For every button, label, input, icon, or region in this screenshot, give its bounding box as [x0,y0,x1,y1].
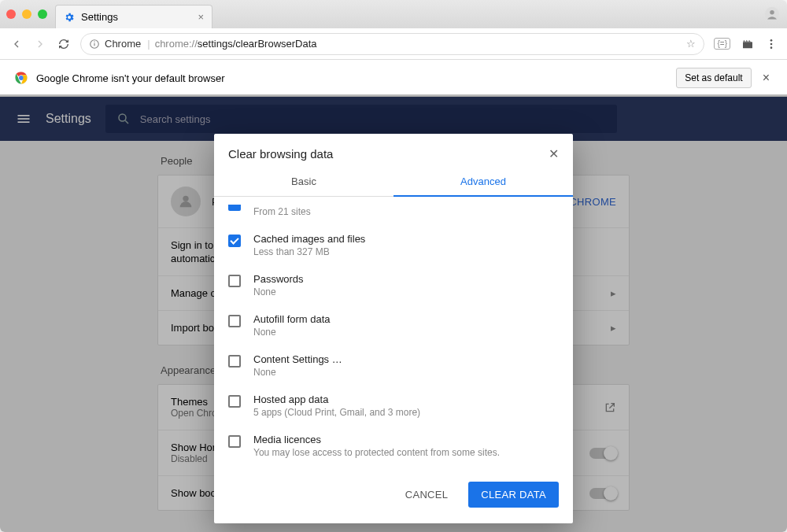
option-media-licences[interactable]: Media licences You may lose access to pr… [228,426,559,466]
checkbox-icon[interactable] [228,275,241,287]
url-path: /clearBrowserData [233,38,317,50]
chrome-icon [14,71,28,85]
tab-basic[interactable]: Basic [214,168,394,197]
option-sub: 5 apps (Cloud Print, Gmail, and 3 more) [253,407,420,418]
dialog-close-icon[interactable]: ✕ [549,146,559,161]
option-sub: None [253,286,304,297]
option-autofill[interactable]: Autofill form data None [228,305,559,345]
infobar-message: Google Chrome isn't your default browser [36,72,224,84]
clear-data-button[interactable]: CLEAR DATA [468,482,559,508]
window-controls [6,9,47,19]
option-cached[interactable]: Cached images and files Less than 327 MB [228,225,559,265]
checkbox-icon[interactable] [228,235,241,247]
tab-advanced[interactable]: Advanced [394,168,573,197]
url-scheme: chrome:// [155,38,198,50]
close-tab-icon[interactable]: × [198,11,204,23]
infobar-default-browser: Google Chrome isn't your default browser… [0,60,787,97]
tab-strip: Settings × [0,0,787,28]
option-sub: From 21 sites [253,206,311,217]
reload-button[interactable] [57,38,71,50]
dialog-body: From 21 sites Cached images and files Le… [214,197,573,469]
dialog-title: Clear browsing data [228,147,333,161]
option-sub: You may lose access to protected content… [253,447,500,458]
url-info-label: Chrome [105,38,141,50]
svg-point-6 [770,39,773,42]
forward-button[interactable] [33,38,47,50]
extension-icon[interactable]: {=} [714,38,730,50]
bookmark-star-icon[interactable]: ☆ [686,38,696,50]
option-title: Autofill form data [253,313,331,325]
navigation-toolbar: Chrome | chrome://settings/clearBrowserD… [0,28,787,60]
clear-data-dialog: Clear browsing data ✕ Basic Advanced Fro… [214,134,573,523]
menu-button[interactable] [765,38,778,50]
option-title: Content Settings … [253,353,342,365]
svg-point-1 [770,10,774,14]
cancel-button[interactable]: CANCEL [394,482,460,508]
maximize-window-button[interactable] [38,9,47,19]
option-cookies-partial[interactable]: From 21 sites [228,201,559,225]
option-title: Cached images and files [253,233,365,245]
checkbox-icon[interactable] [228,355,241,368]
option-title: Hosted app data [253,393,420,405]
profile-avatar-button[interactable] [763,6,781,23]
svg-point-7 [770,42,773,45]
checkbox-icon[interactable] [228,395,241,408]
option-content-settings[interactable]: Content Settings … None [228,345,559,386]
option-title: Passwords [253,273,304,285]
option-passwords[interactable]: Passwords None [228,265,559,305]
option-sub: Less than 327 MB [253,246,365,257]
set-default-button[interactable]: Set as default [676,68,751,88]
tab-settings[interactable]: Settings × [55,5,212,28]
option-sub: None [253,367,342,378]
checkbox-icon[interactable] [228,435,241,448]
tab-title: Settings [81,11,118,23]
infobar-close-icon[interactable]: × [759,71,773,85]
svg-rect-5 [743,42,752,48]
info-icon [89,39,100,50]
url-host: settings [198,38,233,50]
back-button[interactable] [9,38,24,50]
option-hosted-apps[interactable]: Hosted app data 5 apps (Cloud Print, Gma… [228,386,559,426]
person-icon [763,6,781,23]
svg-rect-3 [94,42,94,46]
minimize-window-button[interactable] [22,9,31,19]
extension-clapper-icon[interactable] [741,38,754,50]
option-title: Media licences [253,434,500,445]
gear-icon [64,12,75,23]
checkbox-icon[interactable] [228,315,241,327]
option-sub: None [253,327,331,338]
address-bar[interactable]: Chrome | chrome://settings/clearBrowserD… [80,33,704,55]
checkbox-icon[interactable] [228,205,241,211]
dialog-tabs: Basic Advanced [214,168,573,197]
close-window-button[interactable] [6,9,16,19]
svg-rect-4 [94,41,94,42]
browser-window: Settings × Chrome | chrome://settings/cl… [0,0,787,532]
svg-point-8 [770,46,773,49]
